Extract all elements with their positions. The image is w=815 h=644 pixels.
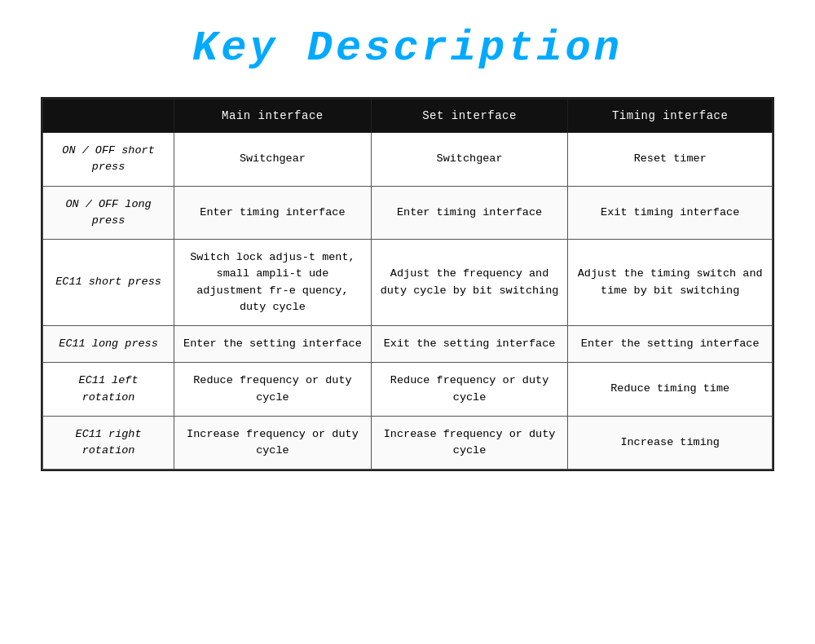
- cell-main: Reduce frequency or duty cycle: [174, 363, 372, 417]
- key-description-table: Main interface Set interface Timing inte…: [41, 97, 774, 471]
- cell-key: ON / OFF long press: [43, 186, 174, 240]
- table-row: EC11 left rotationReduce frequency or du…: [43, 363, 773, 417]
- table-row: EC11 right rotationIncrease frequency or…: [43, 416, 773, 470]
- cell-set: Increase frequency or duty cycle: [371, 416, 568, 470]
- page-title: Key Description: [192, 24, 623, 73]
- cell-set: Exit the setting interface: [371, 326, 568, 363]
- cell-key: ON / OFF short press: [43, 133, 174, 187]
- cell-key: EC11 right rotation: [43, 416, 174, 470]
- cell-timing: Reduce timing time: [568, 363, 773, 417]
- cell-timing: Enter the setting interface: [568, 326, 773, 363]
- table-row: EC11 long pressEnter the setting interfa…: [43, 326, 773, 363]
- header-timing: Timing interface: [568, 99, 773, 133]
- cell-main: Enter the setting interface: [174, 326, 372, 363]
- table-row: ON / OFF long pressEnter timing interfac…: [43, 186, 773, 240]
- header-set: Set interface: [371, 99, 568, 133]
- cell-timing: Reset timer: [568, 133, 773, 187]
- cell-key: EC11 left rotation: [43, 363, 174, 417]
- table-header-row: Main interface Set interface Timing inte…: [43, 99, 773, 133]
- cell-set: Reduce frequency or duty cycle: [371, 363, 568, 417]
- cell-main: Switch lock adjus-t ment, small ampli-t …: [174, 240, 372, 326]
- cell-timing: Increase timing: [568, 416, 773, 470]
- table-row: EC11 short pressSwitch lock adjus-t ment…: [43, 240, 773, 326]
- header-main: Main interface: [174, 99, 372, 133]
- cell-set: Enter timing interface: [371, 186, 568, 240]
- table-row: ON / OFF short pressSwitchgearSwitchgear…: [43, 133, 773, 187]
- cell-main: Enter timing interface: [174, 186, 372, 240]
- cell-timing: Exit timing interface: [568, 186, 773, 240]
- cell-timing: Adjust the timing switch and time by bit…: [568, 240, 773, 326]
- cell-set: Switchgear: [371, 133, 568, 187]
- header-key: [43, 99, 174, 133]
- cell-set: Adjust the frequency and duty cycle by b…: [371, 240, 568, 326]
- cell-main: Switchgear: [174, 133, 372, 187]
- cell-main: Increase frequency or duty cycle: [174, 416, 372, 470]
- cell-key: EC11 short press: [43, 240, 174, 326]
- cell-key: EC11 long press: [43, 326, 174, 363]
